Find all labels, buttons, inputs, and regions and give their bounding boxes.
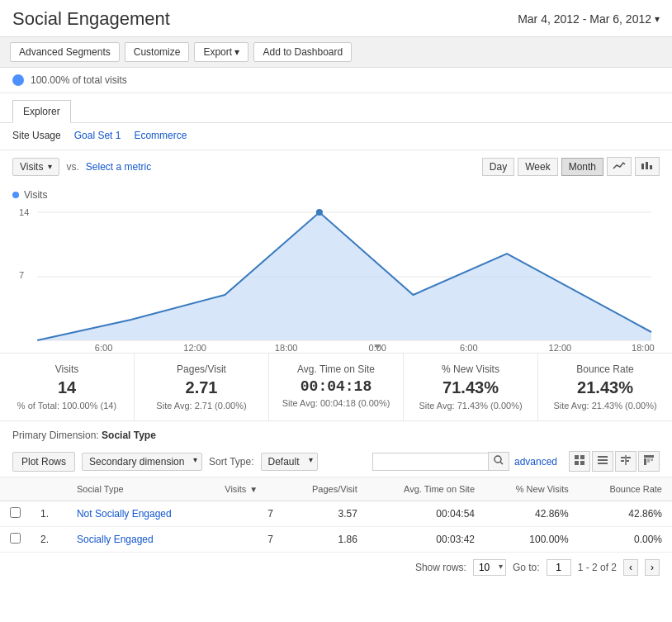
view-icons <box>569 451 660 472</box>
visits-dropdown[interactable]: Visits ▾ <box>12 158 59 176</box>
month-button[interactable]: Month <box>561 158 603 176</box>
chart-dot-icon <box>12 192 19 198</box>
select-metric-link[interactable]: Select a metric <box>86 161 151 173</box>
sub-tab-goal-set[interactable]: Goal Set 1 <box>74 130 121 143</box>
chart-container: 14 7 6:00 12:00 18:00 0:00 6:00 12:00 18… <box>12 204 660 353</box>
customize-button[interactable]: Customize <box>125 42 190 62</box>
secondary-dimension-wrap: Secondary dimension <box>82 453 202 471</box>
day-button[interactable]: Day <box>482 158 514 176</box>
stat-bounce: Bounce Rate 21.43% Site Avg: 21.43% (0.0… <box>538 354 672 420</box>
stats-row: Visits 14 % of Total: 100.00% (14) Pages… <box>0 353 672 421</box>
svg-rect-26 <box>598 463 608 464</box>
stat-pages-visit: Pages/Visit 2.71 Site Avg: 2.71 (0.00%) <box>135 354 269 420</box>
svg-rect-20 <box>575 455 579 459</box>
svg-rect-1 <box>646 162 648 169</box>
search-icon <box>494 455 504 465</box>
pivot-view-button[interactable] <box>638 451 660 472</box>
th-pct-new[interactable]: % New Visits <box>485 477 579 501</box>
svg-text:6:00: 6:00 <box>460 343 478 353</box>
row2-pct-new: 100.00% <box>485 527 579 553</box>
chart-label-text: Visits <box>24 189 47 201</box>
explorer-tabs: Explorer <box>0 93 672 123</box>
sub-tab-site-usage[interactable]: Site Usage <box>12 130 61 143</box>
th-social-type[interactable]: Social Type <box>67 477 215 501</box>
svg-text:6:00: 6:00 <box>95 343 113 353</box>
goto-input[interactable] <box>547 559 571 576</box>
list-view-button[interactable] <box>592 451 613 472</box>
sub-tabs: Site Usage Goal Set 1 Ecommerce <box>0 123 672 150</box>
pivot-view-icon <box>643 454 655 466</box>
advanced-segments-button[interactable]: Advanced Segments <box>10 42 120 62</box>
grid-view-button[interactable] <box>569 451 590 472</box>
add-to-dashboard-button[interactable]: Add to Dashboard <box>253 42 352 62</box>
chart-svg: 14 7 6:00 12:00 18:00 0:00 6:00 12:00 18… <box>12 204 660 353</box>
search-input[interactable] <box>372 453 488 471</box>
line-chart-button[interactable] <box>607 157 632 176</box>
bar-chart-button[interactable] <box>635 157 660 176</box>
svg-line-19 <box>500 462 503 464</box>
row2-social-type-link[interactable]: Socially Engaged <box>77 534 154 545</box>
date-range-text: Mar 4, 2012 - Mar 6, 2012 <box>518 12 651 26</box>
search-button[interactable] <box>488 452 509 471</box>
th-bounce-rate[interactable]: Bounce Rate <box>579 477 672 501</box>
svg-point-18 <box>495 456 501 463</box>
compare-view-icon <box>620 454 632 466</box>
stat-pct-new: % New Visits 71.43% Site Avg: 71.43% (0.… <box>404 354 538 420</box>
svg-text:18:00: 18:00 <box>632 343 655 353</box>
sort-type-select[interactable]: Default <box>261 453 318 471</box>
week-button[interactable]: Week <box>518 158 557 176</box>
rows-select-wrap: 10 25 50 <box>473 559 506 576</box>
date-range-picker[interactable]: Mar 4, 2012 - Mar 6, 2012 ▾ <box>518 12 660 26</box>
svg-text:18:00: 18:00 <box>275 343 298 353</box>
line-chart-icon <box>613 160 626 170</box>
row2-bounce-rate: 0.00% <box>579 527 672 553</box>
advanced-link[interactable]: advanced <box>514 456 557 468</box>
row2-checkbox[interactable] <box>10 533 21 544</box>
stat-visits-value: 14 <box>12 378 121 397</box>
secondary-dimension-select[interactable]: Secondary dimension <box>82 453 202 471</box>
table-header-row: Social Type Visits ▼ Pages/Visit Avg. Ti… <box>0 477 672 501</box>
explorer-tab[interactable]: Explorer <box>12 100 71 123</box>
page-info: 1 - 2 of 2 <box>578 562 617 573</box>
compare-view-button[interactable] <box>615 451 637 472</box>
row1-social-type-link[interactable]: Not Socially Engaged <box>77 508 172 520</box>
chart-area: Visits 14 7 6:00 12:00 18:00 0:00 6:00 1… <box>0 183 672 353</box>
export-button[interactable]: Export ▾ <box>194 42 248 62</box>
svg-text:12:00: 12:00 <box>549 343 572 353</box>
plot-rows-button[interactable]: Plot Rows <box>12 452 75 472</box>
svg-rect-33 <box>644 458 646 465</box>
stat-bounce-sub: Site Avg: 21.43% (0.00%) <box>551 401 660 411</box>
th-avg-time[interactable]: Avg. Time on Site <box>367 477 485 501</box>
prev-page-button[interactable]: ‹ <box>623 559 638 576</box>
stat-avg-time-label: Avg. Time on Site <box>282 363 390 375</box>
segment-percentage: 100.00% of total visits <box>31 74 127 86</box>
stat-visits-label: Visits <box>12 363 121 375</box>
th-pages-visit[interactable]: Pages/Visit <box>283 477 367 501</box>
svg-rect-28 <box>621 457 625 458</box>
stat-pages-visit-sub: Site Avg: 2.71 (0.00%) <box>147 401 256 411</box>
row2-visits: 7 <box>215 527 283 553</box>
sort-type-wrap: Default <box>261 453 318 471</box>
bar-chart-icon <box>641 160 654 170</box>
stat-pct-new-label: % New Visits <box>416 363 525 375</box>
svg-rect-0 <box>641 164 644 169</box>
row2-num: 2. <box>31 527 67 553</box>
th-visits[interactable]: Visits ▼ <box>215 477 283 501</box>
svg-rect-24 <box>598 456 608 458</box>
sub-tab-ecommerce[interactable]: Ecommerce <box>134 130 187 143</box>
next-page-button[interactable]: › <box>645 559 660 576</box>
primary-dimension: Primary Dimension: Social Type <box>0 421 672 446</box>
rows-select[interactable]: 10 25 50 <box>473 559 506 576</box>
row1-checkbox[interactable] <box>10 507 21 518</box>
row2-avg-time: 00:03:42 <box>367 527 485 553</box>
svg-rect-22 <box>575 461 579 465</box>
svg-rect-35 <box>651 458 653 461</box>
date-range-arrow-icon: ▾ <box>655 13 660 25</box>
data-table: Social Type Visits ▼ Pages/Visit Avg. Ti… <box>0 477 672 553</box>
svg-rect-29 <box>621 460 624 462</box>
toolbar: Advanced Segments Customize Export ▾ Add… <box>0 36 672 68</box>
row1-avg-time: 00:04:54 <box>367 501 485 527</box>
vs-label: vs. <box>66 161 78 173</box>
svg-rect-23 <box>580 461 584 465</box>
svg-text:14: 14 <box>19 207 29 217</box>
